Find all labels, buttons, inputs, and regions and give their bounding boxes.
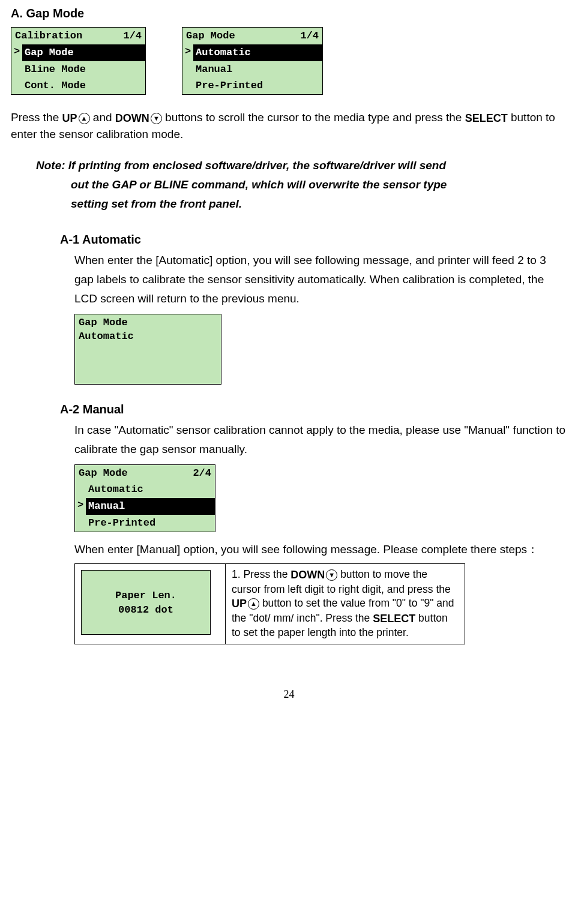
lcd1-row-2-label: Bline Mode bbox=[22, 61, 145, 78]
note-lead: Note: bbox=[36, 159, 68, 172]
page-number: 24 bbox=[11, 686, 567, 702]
paper-len-line2: 00812 dot bbox=[82, 603, 210, 617]
lcd-gap-manual-select: Gap Mode 2/4 Automatic > Manual Pre-Prin… bbox=[74, 464, 215, 532]
instruction-paragraph: Press the UP and DOWN buttons to scroll … bbox=[11, 109, 567, 143]
lcd3-row-2: > Manual bbox=[75, 498, 215, 515]
a2-heading: A-2 Manual bbox=[60, 401, 567, 418]
lcd1-row-3: Cont. Mode bbox=[11, 77, 145, 94]
lcd-calibration: Calibration 1/4 > Gap Mode Bline Mode Co… bbox=[11, 27, 146, 95]
manual-steps-table: Paper Len. 00812 dot 1. Press the DOWN b… bbox=[74, 563, 465, 644]
cursor-icon bbox=[75, 515, 86, 532]
note-line-1: If printing from enclosed software/drive… bbox=[68, 159, 446, 172]
lcd2-row-1: > Automatic bbox=[182, 44, 322, 61]
lcd-auto-line1: Gap Mode bbox=[79, 316, 217, 330]
section-a2: A-2 Manual In case "Automatic" sensor ca… bbox=[60, 401, 567, 644]
cursor-icon bbox=[182, 61, 193, 78]
section-heading: A. Gap Mode bbox=[11, 5, 567, 22]
lcd3-title-left: Gap Mode bbox=[79, 466, 128, 481]
a2-body2: When enter [Manual] option, you will see… bbox=[74, 541, 567, 559]
lcd1-title-right: 1/4 bbox=[123, 29, 142, 43]
p1-c: buttons to scroll the cursor to the medi… bbox=[165, 111, 462, 124]
up-button-label: UP bbox=[232, 598, 247, 610]
lcd-paper-len: Paper Len. 00812 dot bbox=[81, 570, 211, 635]
note-block: Note: If printing from enclosed software… bbox=[36, 156, 567, 214]
step-cell-lcd: Paper Len. 00812 dot bbox=[75, 564, 226, 644]
lcd3-row-1: Automatic bbox=[75, 481, 215, 498]
lcd1-title-left: Calibration bbox=[15, 29, 82, 43]
a2-body1: In case "Automatic" sensor calibration c… bbox=[74, 421, 567, 460]
lcd-auto-running: Gap Mode Automatic bbox=[74, 314, 221, 385]
cursor-icon: > bbox=[75, 498, 86, 515]
select-button-label: SELECT bbox=[373, 613, 415, 625]
p1-b: and bbox=[93, 111, 112, 124]
lcd1-row-3-label: Cont. Mode bbox=[22, 77, 145, 94]
cursor-icon bbox=[182, 77, 193, 94]
cursor-icon: > bbox=[11, 44, 22, 61]
lcd3-row-1-label: Automatic bbox=[86, 481, 215, 498]
s1-a: 1. Press the bbox=[232, 568, 287, 580]
lcd-auto-line2: Automatic bbox=[79, 329, 217, 344]
lcd1-row-1-label: Gap Mode bbox=[22, 44, 145, 61]
up-arrow-icon bbox=[248, 598, 259, 610]
lcd3-title-right: 2/4 bbox=[193, 466, 211, 481]
note-line-2: out the GAP or BLINE command, which will… bbox=[71, 175, 567, 194]
paper-len-line1: Paper Len. bbox=[82, 589, 210, 603]
lcd2-row-3: Pre-Printed bbox=[182, 77, 322, 94]
up-arrow-icon bbox=[79, 113, 90, 124]
up-button-label: UP bbox=[62, 112, 77, 124]
note-line-3: setting set from the front panel. bbox=[71, 194, 567, 214]
lcd3-row-2-label: Manual bbox=[86, 498, 215, 515]
down-arrow-icon bbox=[151, 113, 162, 124]
down-arrow-icon bbox=[326, 569, 337, 581]
down-button-label: DOWN bbox=[115, 112, 149, 124]
step-cell-instruction: 1. Press the DOWN button to move the cur… bbox=[226, 564, 465, 644]
section-a1: A-1 Automatic When enter the [Automatic]… bbox=[60, 231, 567, 385]
a1-body: When enter the [Automatic] option, you w… bbox=[74, 251, 567, 309]
lcd-row-top: Calibration 1/4 > Gap Mode Bline Mode Co… bbox=[11, 27, 567, 95]
lcd1-row-2: Bline Mode bbox=[11, 61, 145, 78]
down-button-label: DOWN bbox=[291, 569, 325, 581]
lcd2-row-1-label: Automatic bbox=[193, 44, 322, 61]
lcd2-title-left: Gap Mode bbox=[186, 29, 235, 43]
lcd-gap-mode: Gap Mode 1/4 > Automatic Manual Pre-Prin… bbox=[182, 27, 323, 95]
lcd2-row-3-label: Pre-Printed bbox=[193, 77, 322, 94]
lcd2-title-right: 1/4 bbox=[300, 29, 319, 43]
lcd3-row-3: Pre-Printed bbox=[75, 515, 215, 532]
cursor-icon bbox=[75, 481, 86, 498]
lcd2-row-2: Manual bbox=[182, 61, 322, 78]
lcd1-row-1: > Gap Mode bbox=[11, 44, 145, 61]
lcd2-row-2-label: Manual bbox=[193, 61, 322, 78]
p1-a: Press the bbox=[11, 111, 59, 124]
cursor-icon: > bbox=[182, 44, 193, 61]
cursor-icon bbox=[11, 61, 22, 78]
cursor-icon bbox=[11, 77, 22, 94]
select-button-label: SELECT bbox=[465, 112, 508, 124]
a1-heading: A-1 Automatic bbox=[60, 231, 567, 248]
lcd3-row-3-label: Pre-Printed bbox=[86, 515, 215, 532]
